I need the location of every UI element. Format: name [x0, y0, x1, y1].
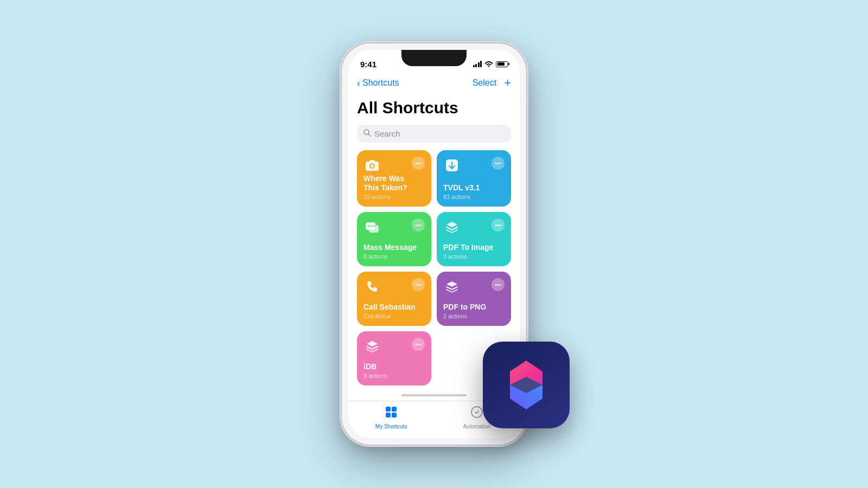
- status-time: 9:41: [360, 60, 376, 69]
- nav-bar: ‹ Shortcuts Select +: [348, 74, 520, 94]
- select-button[interactable]: Select: [473, 78, 496, 88]
- signal-bars-icon: [473, 61, 482, 67]
- card-menu-button[interactable]: •••: [492, 278, 505, 291]
- shortcut-name: iDB: [363, 362, 425, 371]
- battery-icon: [496, 61, 508, 67]
- shortcut-name: Where WasThis Taken?: [363, 174, 425, 192]
- layers2-icon: [443, 278, 461, 296]
- layers3-icon: [363, 338, 381, 355]
- scene: 9:41: [342, 43, 526, 445]
- card-top: •••: [363, 278, 425, 296]
- svg-line-1: [368, 134, 371, 136]
- shortcut-card-idb[interactable]: ••• iDB 3 actions: [357, 331, 431, 386]
- home-indicator: [401, 394, 467, 396]
- shortcut-card-pdf-to-png[interactable]: ••• PDF to PNG 2 actions: [437, 272, 511, 326]
- card-bottom: TVDL v3.1 83 actions: [443, 183, 505, 200]
- search-placeholder: Search: [374, 129, 400, 138]
- card-top: •••: [363, 338, 425, 355]
- layers-icon: [443, 219, 461, 236]
- card-menu-button[interactable]: •••: [412, 278, 425, 291]
- shortcut-actions: 3 actions: [443, 253, 505, 260]
- add-shortcut-button[interactable]: +: [504, 76, 511, 90]
- wifi-icon: [484, 60, 493, 68]
- card-bottom: Where WasThis Taken? 15 actions: [363, 174, 425, 200]
- tab-my-shortcuts[interactable]: My Shortcuts: [348, 406, 434, 429]
- card-menu-button[interactable]: •••: [492, 157, 505, 170]
- svg-rect-14: [386, 413, 391, 418]
- card-menu-button[interactable]: •••: [412, 219, 425, 232]
- card-bottom: Call Sebastian Call Ankur: [363, 303, 425, 319]
- card-bottom: PDF to PNG 2 actions: [443, 303, 505, 319]
- card-menu-button[interactable]: •••: [492, 219, 505, 232]
- card-bottom: iDB 3 actions: [363, 362, 425, 379]
- nav-actions: Select +: [473, 76, 511, 90]
- shortcut-name: Mass Message: [363, 243, 425, 252]
- my-shortcuts-label: My Shortcuts: [375, 423, 407, 429]
- shortcut-name: PDF to PNG: [443, 303, 505, 312]
- shortcut-card-call-sebastian[interactable]: ••• Call Sebastian Call Ankur: [357, 272, 431, 326]
- shortcut-actions: 8 actions: [363, 253, 425, 260]
- notch: [401, 50, 467, 66]
- svg-rect-12: [386, 407, 391, 412]
- shortcut-card-mass-message[interactable]: ••• Mass Message 8 actions: [357, 212, 431, 266]
- card-bottom: PDF To Image 3 actions: [443, 243, 505, 260]
- automation-label: Automation: [463, 423, 491, 429]
- automation-icon: [470, 406, 483, 422]
- shortcut-card-pdf-to-image[interactable]: ••• PDF To Image 3 actions: [437, 212, 511, 266]
- camera-icon: [363, 157, 381, 174]
- shortcuts-app-icon: [483, 342, 570, 428]
- back-arrow-icon: ‹: [357, 78, 360, 89]
- svg-rect-15: [392, 413, 397, 418]
- shortcut-card-tvdl[interactable]: ••• TVDL v3.1 83 actions: [437, 150, 511, 207]
- svg-point-11: [374, 225, 375, 227]
- shortcut-actions: 83 actions: [443, 194, 505, 200]
- page-title: All Shortcuts: [357, 99, 511, 117]
- back-label: Shortcuts: [362, 78, 399, 88]
- svg-point-10: [371, 225, 373, 227]
- card-top: •••: [443, 278, 505, 296]
- shortcut-name: PDF To Image: [443, 243, 505, 252]
- shortcut-actions: 15 actions: [363, 194, 425, 200]
- card-top: •••: [443, 219, 505, 236]
- shortcut-actions: 2 actions: [443, 313, 505, 319]
- phone-icon: [363, 278, 381, 296]
- search-bar[interactable]: Search: [357, 125, 511, 143]
- status-icons: [473, 60, 508, 68]
- svg-point-4: [371, 164, 374, 168]
- search-icon: [363, 129, 371, 138]
- svg-rect-13: [392, 407, 397, 412]
- card-bottom: Mass Message 8 actions: [363, 243, 425, 260]
- my-shortcuts-icon: [385, 406, 398, 422]
- svg-rect-5: [369, 160, 375, 163]
- card-top: •••: [363, 157, 425, 174]
- card-top: •••: [363, 219, 425, 236]
- svg-point-9: [368, 225, 370, 227]
- card-menu-button[interactable]: •••: [412, 338, 425, 351]
- shortcut-actions: 3 actions: [363, 373, 425, 379]
- message-icon: [363, 219, 381, 236]
- shortcut-name: Call Sebastian: [363, 303, 425, 312]
- back-button[interactable]: ‹ Shortcuts: [357, 78, 399, 89]
- shortcut-actions: Call Ankur: [363, 313, 425, 319]
- card-top: •••: [443, 157, 505, 174]
- download-icon: [443, 157, 461, 174]
- shortcut-card-where-was-taken[interactable]: ••• Where WasThis Taken? 15 actions: [357, 150, 431, 207]
- card-menu-button[interactable]: •••: [412, 157, 425, 170]
- shortcut-name: TVDL v3.1: [443, 183, 505, 192]
